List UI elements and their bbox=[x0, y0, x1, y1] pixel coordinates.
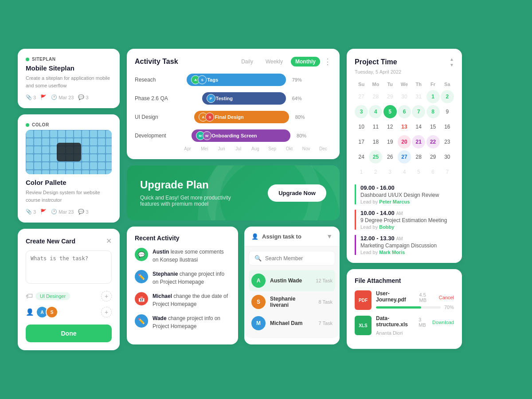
schedule-item-2: 12.00 - 13.30 AM Marketing Campaign Disc… bbox=[355, 235, 454, 255]
upgrade-now-button[interactable]: Upgrade Now bbox=[268, 184, 326, 202]
activity-task-card: Activity Task Daily Weekly Monthly ⋮ Res… bbox=[127, 49, 340, 159]
cal-day[interactable]: 1 bbox=[355, 165, 368, 179]
cal-day[interactable]: 3 bbox=[383, 165, 397, 179]
cal-day[interactable]: 19 bbox=[383, 135, 397, 149]
chevron-down-icon[interactable]: ▼ bbox=[326, 233, 332, 240]
upgrade-subtitle-2: features with premium model bbox=[140, 201, 231, 207]
tag-chip[interactable]: UI Desinger bbox=[35, 292, 70, 300]
activity-icon-blue: ✏️ bbox=[135, 270, 148, 283]
calendar-subtitle: Tuesday, 5 April 2022 bbox=[355, 69, 454, 74]
cal-day[interactable]: 4 bbox=[398, 165, 411, 179]
bar-avatar-phase: P bbox=[207, 94, 215, 103]
cal-day[interactable]: 3 bbox=[355, 105, 368, 118]
flag-icon-2: 🚩 bbox=[40, 209, 47, 215]
assign-dropdown: 🔍 A Austin Wade 12 Task S Stephanie live… bbox=[244, 246, 340, 338]
cal-day[interactable]: 13 bbox=[398, 120, 411, 133]
gantt-row-phase: Phase 2.6 QA P Testing 64% bbox=[135, 92, 332, 105]
flag-item: 🚩 bbox=[40, 94, 47, 100]
cal-day[interactable]: 25 bbox=[369, 150, 382, 164]
avatar-2: S bbox=[46, 306, 58, 318]
person-icon: 👤 bbox=[26, 308, 34, 316]
member-item-1[interactable]: S Stephanie liverani 8 Task bbox=[249, 291, 335, 313]
cal-day[interactable]: 4 bbox=[369, 105, 382, 118]
calendar-nav[interactable]: ▲ ▼ bbox=[450, 57, 454, 67]
cal-day[interactable]: 7 bbox=[412, 105, 425, 118]
cal-day[interactable]: 16 bbox=[441, 120, 454, 133]
calendar-grid: Su Mo Tu We Th Fr Sa 27 28 29 30 31 1 2 … bbox=[355, 80, 454, 179]
color-attachment-count: 📎 3 bbox=[26, 209, 36, 215]
cal-day[interactable]: 26 bbox=[383, 150, 397, 164]
tab-daily[interactable]: Daily bbox=[237, 57, 258, 66]
cal-day[interactable]: 22 bbox=[426, 135, 440, 149]
activity-item-2: 📅 Michael change the due date of Project… bbox=[135, 292, 230, 308]
cal-day[interactable]: 28 bbox=[412, 150, 425, 164]
cal-day[interactable]: 11 bbox=[369, 120, 382, 133]
cal-day[interactable]: 17 bbox=[355, 135, 368, 149]
file-attachment-card: File Attachment PDF User-Journey.pdf 4.5… bbox=[347, 269, 462, 349]
cal-day[interactable]: 6 bbox=[398, 105, 411, 118]
search-member-input[interactable] bbox=[265, 255, 332, 262]
more-options-icon[interactable]: ⋮ bbox=[324, 57, 332, 66]
tab-monthly[interactable]: Monthly bbox=[291, 57, 320, 66]
cal-day[interactable]: 7 bbox=[441, 165, 454, 179]
cal-day[interactable]: 2 bbox=[369, 165, 382, 179]
color-project-title: Color Pallete bbox=[26, 179, 112, 186]
cal-day[interactable]: 10 bbox=[355, 120, 368, 133]
activity-item-0: 💬 Austin leave some comments on Konsep I… bbox=[135, 248, 230, 264]
cal-day[interactable]: 31 bbox=[412, 90, 425, 103]
gantt-chart: Reseach A S Tags 79% Phas bbox=[135, 74, 332, 142]
file-sub-1: Ananta Diori bbox=[376, 330, 454, 336]
cal-day[interactable]: 29 bbox=[426, 150, 440, 164]
cal-day[interactable]: 24 bbox=[355, 150, 368, 164]
cal-day[interactable]: 28 bbox=[369, 90, 382, 103]
done-button[interactable]: Done bbox=[26, 325, 112, 342]
file-item-0: PDF User-Journey.pdf 4.5 MB Cancel 70% bbox=[355, 290, 454, 310]
schedule-title-1: 9 Degree Project Estimation Meeting bbox=[360, 217, 454, 223]
cal-day[interactable]: 27 bbox=[398, 150, 411, 164]
cal-day[interactable]: 29 bbox=[383, 90, 397, 103]
member-item-0[interactable]: A Austin Wade 12 Task bbox=[249, 270, 335, 291]
cal-day[interactable]: 20 bbox=[398, 135, 411, 149]
cal-day[interactable]: 27 bbox=[355, 90, 368, 103]
close-button[interactable]: ✕ bbox=[106, 237, 112, 245]
assign-header[interactable]: 👤 Assign task to ▼ bbox=[244, 227, 340, 246]
cal-day[interactable]: 21 bbox=[412, 135, 425, 149]
member-item-2[interactable]: M Michael Dam 7 Task bbox=[249, 313, 335, 334]
gantt-months: Apr Mei Jun Jul Aug Sep Okt Nov Dec bbox=[135, 146, 332, 151]
cal-day[interactable]: 23 bbox=[441, 135, 454, 149]
gantt-row-research: Reseach A S Tags 79% bbox=[135, 74, 332, 86]
assignee-avatars: A S bbox=[36, 306, 55, 318]
task-input[interactable] bbox=[26, 250, 112, 284]
cal-day[interactable]: 12 bbox=[383, 120, 397, 133]
cal-day[interactable]: 9 bbox=[441, 105, 454, 118]
add-person-button[interactable]: + bbox=[101, 307, 112, 317]
activity-item-3: ✏️ Wade change project info on Project H… bbox=[135, 314, 230, 330]
schedule-title-2: Marketing Campaign Discussion bbox=[360, 243, 454, 249]
person-assign-icon: 👤 bbox=[251, 233, 258, 240]
project-card-siteplan: SITEPLAN Mobile Siteplan Create a sitepl… bbox=[18, 49, 120, 108]
gantt-bar-dev: M W Onboarding Screen 80% bbox=[192, 129, 291, 142]
tab-group: Daily Weekly Monthly bbox=[237, 57, 320, 66]
add-tag-button[interactable]: + bbox=[101, 291, 112, 301]
file-download-button[interactable]: Download bbox=[432, 320, 454, 325]
tab-weekly[interactable]: Weekly bbox=[261, 57, 287, 66]
cal-day[interactable]: 18 bbox=[369, 135, 382, 149]
cal-day[interactable]: 1 bbox=[426, 90, 440, 103]
cal-day[interactable]: 2 bbox=[441, 90, 454, 103]
middle-column: Activity Task Daily Weekly Monthly ⋮ Res… bbox=[127, 49, 340, 350]
upgrade-text: Upgrade Plan Quick and Easy! Get more pr… bbox=[140, 179, 231, 207]
cal-day[interactable]: 5 bbox=[412, 165, 425, 179]
color-project-footer: 📎 3 🚩 🕐 Mar 23 💬 3 bbox=[26, 209, 112, 215]
cal-day[interactable]: 30 bbox=[441, 150, 454, 164]
file-cancel-button[interactable]: Cancel bbox=[439, 295, 454, 300]
cal-day[interactable]: 14 bbox=[412, 120, 425, 133]
cal-day[interactable]: 15 bbox=[426, 120, 440, 133]
tag-icon: 🏷 bbox=[26, 292, 33, 300]
cal-day-today[interactable]: 5 bbox=[383, 105, 397, 118]
cal-day[interactable]: 30 bbox=[398, 90, 411, 103]
assign-task-card: 👤 Assign task to ▼ 🔍 A Austin Wade 12 Ta… bbox=[244, 227, 340, 344]
cal-day[interactable]: 8 bbox=[426, 105, 440, 118]
cal-day[interactable]: 6 bbox=[426, 165, 440, 179]
project-description: Create a siteplan for application mobile… bbox=[26, 74, 112, 89]
gantt-bar-phase: P Testing 64% bbox=[202, 92, 286, 105]
